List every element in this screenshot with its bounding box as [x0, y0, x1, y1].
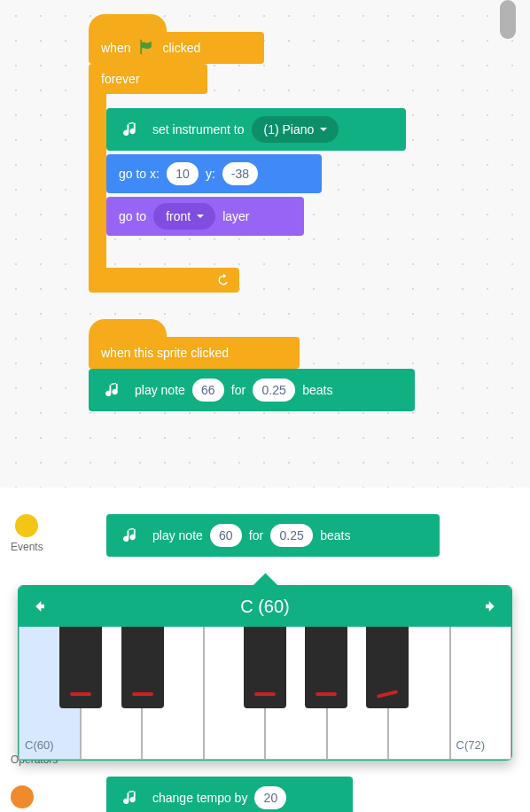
play-note-pre: play note [135, 383, 185, 397]
note-picker-header: C (60) [19, 586, 511, 627]
play-note-post: beats [302, 383, 332, 397]
third-dot [11, 785, 34, 808]
set-instrument-label: set instrument to [152, 122, 245, 137]
layer-value: front [166, 209, 191, 223]
when-flag-clicked-block[interactable]: when clicked [89, 14, 239, 64]
beats-input-1[interactable]: 0.25 [253, 379, 295, 402]
green-flag-icon [137, 38, 155, 59]
loop-arrow-icon [216, 273, 230, 287]
events-label: Events [11, 541, 43, 553]
goto-y-label: y: [206, 167, 215, 181]
scrollbar-thumb[interactable] [500, 0, 516, 39]
play-note-pre: play note [152, 528, 203, 543]
current-note-label: C (60) [240, 597, 290, 617]
forever-block[interactable]: forever [89, 64, 207, 94]
layer-dropdown[interactable]: front [153, 203, 215, 230]
category-events[interactable]: Events [11, 514, 43, 553]
when-sprite-label: when this sprite clicked [101, 346, 229, 360]
key-label-high: C(72) [456, 738, 486, 752]
play-note-block-1[interactable]: play note 66 for 0.25 beats [89, 369, 415, 411]
forever-bottom [89, 268, 239, 293]
arrow-right-icon [483, 598, 499, 614]
key-label-low: C(60) [25, 738, 54, 752]
instrument-value: (1) Piano [264, 122, 315, 137]
black-key-fs[interactable] [244, 627, 286, 708]
play-note-block-2[interactable]: play note 60 for 0.25 beats [106, 514, 440, 557]
note-input-1[interactable]: 66 [192, 379, 224, 402]
goto-layer-post: layer [222, 209, 249, 223]
arrow-left-icon [31, 598, 47, 614]
tempo-input[interactable]: 20 [254, 786, 286, 809]
forever-label: forever [101, 72, 140, 86]
set-instrument-block[interactable]: set instrument to (1) Piano [106, 108, 406, 151]
chevron-down-icon [196, 212, 205, 221]
note-input-2[interactable]: 60 [210, 524, 242, 547]
play-note-post: beats [320, 528, 350, 543]
category-third[interactable] [11, 785, 34, 808]
black-key-as[interactable] [366, 627, 409, 708]
black-key-cs[interactable] [59, 627, 102, 708]
script-area-top: when clicked forever set instrument to (… [0, 0, 530, 488]
music-icon [101, 380, 128, 400]
music-icon [119, 120, 145, 139]
black-key-gs[interactable] [305, 627, 347, 708]
hat-label-suffix: clicked [162, 41, 200, 55]
note-picker-popup: C (60) C(60) C(72) [18, 585, 512, 761]
chevron-down-icon [319, 125, 328, 134]
piano-keyboard: C(60) C(72) [19, 627, 511, 760]
octave-up-button[interactable] [471, 586, 511, 627]
black-key-ds[interactable] [121, 627, 164, 708]
forever-arm [89, 94, 106, 268]
white-key-c2[interactable]: C(72) [450, 627, 512, 760]
beats-input-2[interactable]: 0.25 [270, 524, 313, 547]
octave-down-button[interactable] [19, 586, 59, 627]
x-input[interactable]: 10 [167, 162, 199, 185]
music-icon [119, 788, 145, 808]
script-area-bottom: Events Operators play note 60 for 0.25 b… [0, 488, 530, 812]
goto-layer-block[interactable]: go to front layer [106, 197, 304, 236]
goto-layer-pre: go to [119, 209, 146, 223]
when-sprite-clicked-block[interactable]: when this sprite clicked [89, 319, 275, 369]
hat-label-prefix: when [101, 41, 130, 55]
play-note-mid: for [231, 383, 246, 397]
music-icon [119, 526, 145, 545]
instrument-dropdown[interactable]: (1) Piano [252, 116, 339, 143]
goto-x-label: go to x: [119, 167, 160, 181]
y-input[interactable]: -38 [222, 162, 258, 185]
change-tempo-block[interactable]: change tempo by 20 [106, 777, 353, 812]
events-dot [15, 514, 38, 537]
change-tempo-label: change tempo by [152, 791, 247, 805]
play-note-mid: for [249, 528, 263, 543]
goto-xy-block[interactable]: go to x: 10 y: -38 [106, 154, 322, 193]
vertical-scrollbar[interactable] [500, 0, 516, 106]
